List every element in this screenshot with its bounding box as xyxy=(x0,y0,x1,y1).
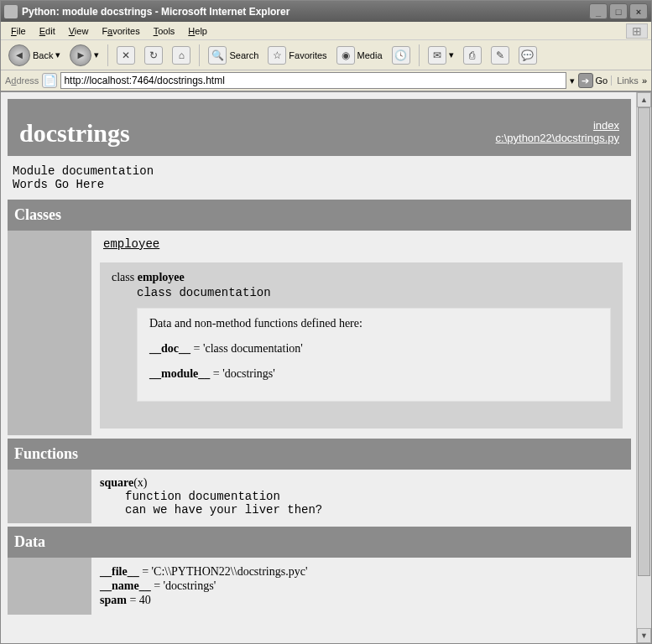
class-data-header: Data and non-method functions defined he… xyxy=(149,317,598,330)
search-label: Search xyxy=(229,50,258,60)
titlebar: Python: module docstrings - Microsoft In… xyxy=(1,1,651,22)
print-button[interactable]: ⎙ xyxy=(460,44,485,66)
scroll-up-arrow[interactable]: ▲ xyxy=(637,92,651,107)
functions-section-body: square(x) function documentation can we … xyxy=(8,470,631,523)
data-spam-row: spam = 40 xyxy=(100,594,623,607)
address-label: Address xyxy=(5,75,39,86)
page-content: docstrings index c:\python22\docstrings.… xyxy=(1,92,636,643)
class-link-employee[interactable]: employee xyxy=(103,237,623,251)
stop-button[interactable]: ✕ xyxy=(113,44,138,66)
dunder-doc-value: = 'class documentation' xyxy=(190,342,303,355)
data-file-row: __file__ = 'C:\\PYTHON22\\docstrings.pyc… xyxy=(100,565,623,579)
functions-section-header: Functions xyxy=(8,439,631,470)
forward-button[interactable]: ► ▾ xyxy=(66,43,102,68)
functions-header: Functions xyxy=(8,439,631,470)
function-signature: square(x) xyxy=(100,476,623,490)
classes-section-header: Classes xyxy=(8,200,631,231)
separator xyxy=(107,44,108,66)
file-link[interactable]: c:\python22\docstrings.py xyxy=(496,132,619,144)
favorites-button[interactable]: ☆ Favorites xyxy=(264,44,330,66)
ie-icon xyxy=(4,5,18,18)
media-icon: ◉ xyxy=(336,46,355,65)
dunder-doc-row: __doc__ = 'class documentation' xyxy=(149,342,598,356)
dropdown-icon: ▾ xyxy=(449,49,454,60)
scroll-down-arrow[interactable]: ▼ xyxy=(637,628,651,643)
viewport: docstrings index c:\python22\docstrings.… xyxy=(1,91,651,643)
menu-tools[interactable]: Tools xyxy=(147,24,182,38)
module-title: docstrings xyxy=(19,119,496,148)
forward-icon: ► xyxy=(70,44,91,66)
window-title: Python: module docstrings - Microsoft In… xyxy=(22,6,589,18)
discuss-icon: 💬 xyxy=(519,46,537,65)
classes-content: employee class employee class documentat… xyxy=(91,231,631,435)
refresh-icon: ↻ xyxy=(144,46,163,65)
classes-header: Classes xyxy=(8,200,631,231)
page-icon: 📄 xyxy=(42,73,57,88)
minimize-button[interactable]: _ xyxy=(589,3,608,19)
dunder-module-row: __module__ = 'docstrings' xyxy=(149,367,598,381)
address-bar: Address 📄 ▾ ➔ Go Links » xyxy=(1,70,651,91)
dropdown-icon: ▾ xyxy=(55,49,60,60)
data-spam-label: spam xyxy=(100,594,127,606)
media-button[interactable]: ◉ Media xyxy=(333,44,386,66)
menu-edit[interactable]: Edit xyxy=(33,24,62,38)
history-button[interactable]: 🕓 xyxy=(389,44,414,66)
index-link[interactable]: index xyxy=(593,119,619,132)
edit-icon: ✎ xyxy=(491,46,509,65)
home-icon: ⌂ xyxy=(172,46,190,65)
dunder-module-value: = 'docstrings' xyxy=(210,367,275,380)
scroll-track[interactable] xyxy=(637,107,651,628)
search-button[interactable]: 🔍 Search xyxy=(205,44,262,66)
media-label: Media xyxy=(357,50,383,60)
dropdown-icon[interactable]: ▾ xyxy=(570,75,575,86)
scroll-thumb[interactable] xyxy=(638,107,650,576)
data-name-value: = 'docstrings' xyxy=(151,579,216,592)
address-input[interactable] xyxy=(60,72,566,89)
links-label[interactable]: Links xyxy=(611,75,639,86)
discuss-button[interactable]: 💬 xyxy=(515,44,540,66)
back-button[interactable]: ◄ Back ▾ xyxy=(5,43,64,68)
data-section-header: Data xyxy=(8,527,631,558)
module-meta: index c:\python22\docstrings.py xyxy=(496,119,619,148)
favorites-label: Favorites xyxy=(289,50,326,60)
print-icon: ⎙ xyxy=(463,46,482,65)
menu-favorites[interactable]: Favorites xyxy=(95,24,146,38)
data-name-row: __name__ = 'docstrings' xyxy=(100,579,623,593)
function-docstring: function documentation can we have your … xyxy=(125,490,623,517)
menu-view[interactable]: View xyxy=(62,24,96,38)
vertical-scrollbar[interactable]: ▲ ▼ xyxy=(636,92,651,643)
throbber-icon: ⊞ xyxy=(626,23,648,39)
go-icon: ➔ xyxy=(578,73,593,88)
data-spam-value: = 40 xyxy=(127,594,151,606)
go-label: Go xyxy=(596,75,608,86)
class-docstring: class documentation xyxy=(137,286,611,299)
close-button[interactable]: × xyxy=(629,3,648,19)
section-sidebar xyxy=(8,470,91,523)
chevron-icon: » xyxy=(642,75,647,86)
menubar: File Edit View Favorites Tools Help ⊞ xyxy=(1,22,651,40)
section-sidebar xyxy=(8,231,91,435)
functions-content: square(x) function documentation can we … xyxy=(91,470,631,523)
function-args: (x) xyxy=(133,476,147,489)
refresh-button[interactable]: ↻ xyxy=(141,44,166,66)
go-button[interactable]: ➔ Go xyxy=(578,73,608,88)
data-file-label: __file__ xyxy=(100,565,139,578)
classes-section-body: employee class employee class documentat… xyxy=(8,231,631,435)
back-icon: ◄ xyxy=(8,44,30,66)
class-name: employee xyxy=(138,271,185,283)
edit-button[interactable]: ✎ xyxy=(488,44,513,66)
dunder-doc-label: __doc__ xyxy=(149,342,190,355)
data-name-label: __name__ xyxy=(100,579,151,592)
ie-window: Python: module docstrings - Microsoft In… xyxy=(0,0,652,644)
mail-button[interactable]: ✉▾ xyxy=(425,44,457,66)
home-button[interactable]: ⌂ xyxy=(169,44,194,66)
section-sidebar xyxy=(8,558,91,615)
maximize-button[interactable]: □ xyxy=(609,3,628,19)
mail-icon: ✉ xyxy=(428,46,446,65)
data-section-body: __file__ = 'C:\\PYTHON22\\docstrings.pyc… xyxy=(8,558,631,615)
class-box: class employee class documentation Data … xyxy=(100,262,623,428)
class-signature: class employee xyxy=(112,271,611,284)
toolbar: ◄ Back ▾ ► ▾ ✕ ↻ ⌂ 🔍 Search ☆ Favorites … xyxy=(1,40,651,70)
menu-file[interactable]: File xyxy=(4,24,33,38)
menu-help[interactable]: Help xyxy=(181,24,214,38)
